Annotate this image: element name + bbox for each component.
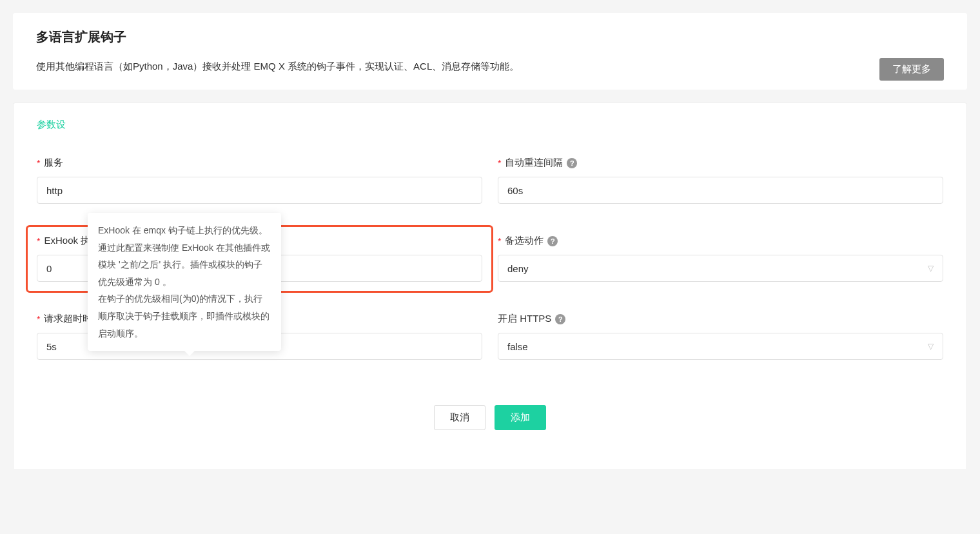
label-enable-https: 开启 HTTPS ? [498,313,943,325]
field-enable-https: 开启 HTTPS ? false ▽ [498,313,943,360]
page-description: 使用其他编程语言（如Python，Java）接收并处理 EMQ X 系统的钩子事… [36,59,944,74]
header-card: 多语言扩展钩子 使用其他编程语言（如Python，Java）接收并处理 EMQ … [13,13,967,90]
label-server-url: * 服务 [37,157,482,169]
priority-tooltip: ExHook 在 emqx 钩子链上执行的优先级。 通过此配置来强制使 ExHo… [88,213,281,351]
required-mark: * [498,236,501,246]
help-icon[interactable]: ? [567,158,577,168]
learn-more-button[interactable]: 了解更多 [879,58,944,81]
label-text: 备选动作 [505,235,544,247]
label-text: 服务 [44,157,63,169]
page-title: 多语言扩展钩子 [36,28,944,46]
failed-action-select[interactable]: deny ▽ [498,255,943,282]
field-server-url: * 服务 [37,157,482,204]
label-failed-action: * 备选动作 ? [498,235,943,247]
field-reconnect-interval: * 自动重连间隔 ? [498,157,943,204]
server-url-input[interactable] [37,177,482,204]
reconnect-interval-input[interactable] [498,177,943,204]
required-mark: * [37,314,40,324]
help-icon[interactable]: ? [555,314,565,324]
enable-https-select[interactable]: false ▽ [498,333,943,360]
chevron-down-icon: ▽ [928,264,934,273]
help-icon[interactable]: ? [547,236,558,246]
label-reconnect-interval: * 自动重连间隔 ? [498,157,943,169]
label-text: 自动重连间隔 [505,157,563,169]
cancel-button[interactable]: 取消 [434,405,485,430]
required-mark: * [37,236,40,246]
page-container: 多语言扩展钩子 使用其他编程语言（如Python，Java）接收并处理 EMQ … [0,0,980,482]
select-value: false [507,341,528,352]
required-mark: * [37,158,40,168]
tooltip-content: ExHook 在 emqx 钩子链上执行的优先级。 通过此配置来强制使 ExHo… [98,225,270,339]
required-mark: * [498,158,501,168]
field-failed-action: * 备选动作 ? deny ▽ [498,235,943,282]
form-card: 参数设 ExHook 在 emqx 钩子链上执行的优先级。 通过此配置来强制使 … [13,103,967,469]
footer-actions: 取消 添加 [37,405,943,430]
section-title: 参数设 [37,119,943,131]
chevron-down-icon: ▽ [928,342,934,351]
select-value: deny [507,263,529,274]
label-text: 开启 HTTPS [498,313,551,325]
submit-button[interactable]: 添加 [495,405,546,430]
